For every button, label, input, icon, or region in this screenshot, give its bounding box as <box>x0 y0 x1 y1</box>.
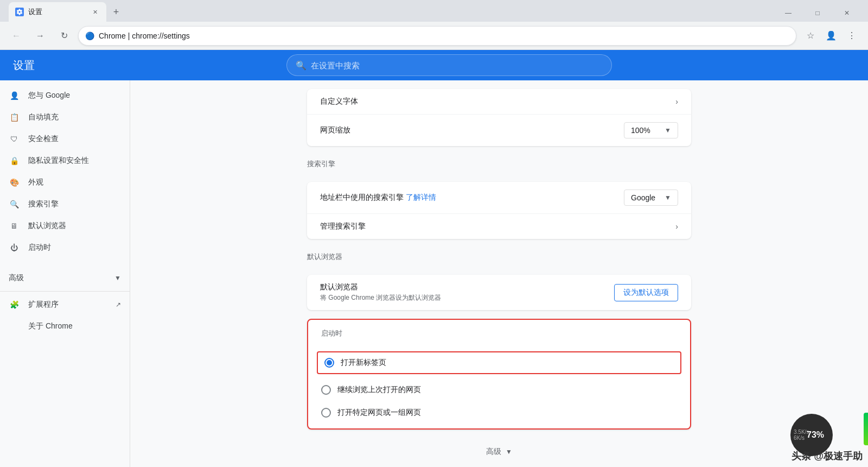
back-button[interactable]: ← <box>7 26 26 46</box>
cpu-percent: 73% <box>807 430 824 440</box>
power-icon: ⏻ <box>9 242 20 253</box>
person-icon: 👤 <box>9 90 20 101</box>
set-default-button[interactable]: 设为默认选项 <box>614 284 678 301</box>
custom-font-row[interactable]: 自定义字体 › <box>307 89 691 115</box>
account-button[interactable]: 👤 <box>821 26 841 46</box>
sidebar-label-appearance: 外观 <box>28 178 43 187</box>
search-engine-control[interactable]: Google ▼ <box>624 190 678 206</box>
sidebar-item-appearance[interactable]: 🎨 外观 <box>0 172 130 193</box>
nav-bar: ← → ↻ 🔵 Chrome | chrome://settings ☆ 👤 ⋮ <box>0 22 868 50</box>
sidebar: 👤 您与 Google 📋 自动填充 🛡 安全检查 🔒 隐私设置和安全性 🎨 外… <box>0 80 130 467</box>
safety-icon: 🛡 <box>9 134 20 144</box>
green-indicator <box>864 413 868 445</box>
startup-section: 启动时 打开新标签页 继续浏览上次打开的网页 <box>307 319 691 430</box>
watermark: 头条 @极速手助 <box>792 450 863 463</box>
sidebar-label-advanced: 高级 <box>9 273 106 283</box>
learn-more-link[interactable]: 了解详情 <box>406 193 436 203</box>
refresh-button[interactable]: ↻ <box>54 26 74 46</box>
extensions-icon: 🧩 <box>9 299 20 310</box>
startup-option-specific-label: 打开特定网页或一组网页 <box>337 408 421 418</box>
address-bar[interactable]: 🔵 Chrome | chrome://settings <box>78 26 796 46</box>
tab-close-button[interactable]: ✕ <box>90 7 100 17</box>
radio-new-tab[interactable] <box>324 358 334 368</box>
sidebar-divider <box>0 291 130 292</box>
advanced-label: 高级 <box>486 447 501 457</box>
zoom-dropdown[interactable]: 100% ▼ <box>624 122 678 138</box>
maximize-button[interactable]: □ <box>805 4 830 22</box>
minimize-button[interactable]: — <box>776 4 801 22</box>
address-bar-search-label: 地址栏中使用的搜索引擎 了解详情 <box>320 193 615 203</box>
chevron-down-icon: ▼ <box>665 127 671 134</box>
search-engine-dropdown[interactable]: Google ▼ <box>624 190 678 206</box>
startup-option-specific[interactable]: 打开特定网页或一组网页 <box>308 401 690 424</box>
settings-header: 设置 🔍 <box>0 50 868 80</box>
tab-title: 设置 <box>28 7 86 17</box>
sidebar-label-default-browser: 默认浏览器 <box>28 221 66 231</box>
settings-search-input[interactable] <box>311 61 603 70</box>
site-info-icon[interactable]: 🔵 <box>85 31 94 40</box>
sidebar-item-startup[interactable]: ⏻ 启动时 <box>0 237 130 258</box>
sidebar-item-search[interactable]: 🔍 搜索引擎 <box>0 193 130 215</box>
sidebar-item-default-browser[interactable]: 🖥 默认浏览器 <box>0 215 130 237</box>
address-bar-label-text: 地址栏中使用的搜索引擎 <box>320 193 404 203</box>
chevron-down-icon: ▼ <box>506 448 512 456</box>
sidebar-item-about[interactable]: 关于 Chrome <box>0 315 130 337</box>
page-zoom-row: 网页缩放 100% ▼ <box>307 115 691 146</box>
sidebar-item-advanced[interactable]: 高级 ▼ <box>0 267 130 289</box>
manage-search-label: 管理搜索引擎 <box>320 222 675 231</box>
sidebar-item-privacy[interactable]: 🔒 隐私设置和安全性 <box>0 150 130 172</box>
close-button[interactable]: ✕ <box>834 4 859 22</box>
sidebar-item-safety[interactable]: 🛡 安全检查 <box>0 128 130 150</box>
zoom-control[interactable]: 100% ▼ <box>624 122 678 138</box>
chevron-down-icon: ▼ <box>665 194 671 201</box>
sidebar-label-privacy: 隐私设置和安全性 <box>28 156 89 166</box>
window-controls: — □ ✕ <box>776 4 859 22</box>
sidebar-label-safety: 安全检查 <box>28 134 59 144</box>
browser-actions: ☆ 👤 ⋮ <box>801 26 861 46</box>
forward-button[interactable]: → <box>30 26 50 46</box>
about-icon <box>9 321 20 332</box>
startup-option-new-tab[interactable]: 打开新标签页 <box>308 347 690 378</box>
default-browser-row: 默认浏览器 将 Google Chrome 浏览器设为默认浏览器 设为默认选项 <box>307 275 691 310</box>
settings-page-title: 设置 <box>13 58 35 73</box>
bookmark-button[interactable]: ☆ <box>801 26 820 46</box>
title-bar: 设置 ✕ + — □ ✕ <box>0 0 868 22</box>
custom-font-label: 自定义字体 <box>320 97 675 106</box>
download-speed: 6K/s <box>794 435 805 441</box>
address-bar-search-row: 地址栏中使用的搜索引擎 了解详情 Google ▼ <box>307 182 691 214</box>
advanced-section[interactable]: 高级 ▼ <box>298 438 700 465</box>
startup-option-continue[interactable]: 继续浏览上次打开的网页 <box>308 378 690 401</box>
external-link-icon: ↗ <box>116 301 121 308</box>
radio-specific[interactable] <box>321 408 331 418</box>
engine-value: Google <box>631 193 655 202</box>
default-browser-section-title: 默认浏览器 <box>298 248 700 266</box>
startup-section-title: 启动时 <box>308 320 690 343</box>
settings-content: 自定义字体 › 网页缩放 100% ▼ 搜索引擎 <box>130 80 868 467</box>
manage-search-engines-row[interactable]: 管理搜索引擎 › <box>307 214 691 239</box>
default-browser-section: 默认浏览器 将 Google Chrome 浏览器设为默认浏览器 设为默认选项 <box>307 275 691 310</box>
new-tab-button[interactable]: + <box>108 4 124 20</box>
arrow-right-icon: › <box>675 222 678 231</box>
default-browser-label: 默认浏览器 <box>320 282 605 292</box>
arrow-right-icon: › <box>675 97 678 106</box>
privacy-icon: 🔒 <box>9 155 20 166</box>
settings-search-bar[interactable]: 🔍 <box>286 54 612 76</box>
sidebar-label-search: 搜索引擎 <box>28 199 59 209</box>
sidebar-item-google[interactable]: 👤 您与 Google <box>0 85 130 106</box>
radio-continue[interactable] <box>321 385 331 395</box>
sidebar-label-startup: 启动时 <box>28 243 51 253</box>
default-browser-info: 默认浏览器 将 Google Chrome 浏览器设为默认浏览器 <box>320 282 605 302</box>
address-text: Chrome | chrome://settings <box>99 31 789 40</box>
default-browser-sub: 将 Google Chrome 浏览器设为默认浏览器 <box>320 293 605 302</box>
sidebar-item-autofill[interactable]: 📋 自动填充 <box>0 106 130 128</box>
main-area: 👤 您与 Google 📋 自动填充 🛡 安全检查 🔒 隐私设置和安全性 🎨 外… <box>0 80 868 467</box>
sidebar-label-autofill: 自动填充 <box>28 112 59 122</box>
sidebar-item-extensions[interactable]: 🧩 扩展程序 ↗ <box>0 294 130 315</box>
startup-option-new-tab-label: 打开新标签页 <box>341 358 386 368</box>
sidebar-label-about: 关于 Chrome <box>28 321 73 331</box>
page-zoom-label: 网页缩放 <box>320 125 615 135</box>
settings-tab[interactable]: 设置 ✕ <box>9 2 106 22</box>
startup-options: 打开新标签页 继续浏览上次打开的网页 打开特定网页或一组网页 <box>308 343 690 428</box>
appearance-section: 自定义字体 › 网页缩放 100% ▼ <box>307 89 691 146</box>
menu-button[interactable]: ⋮ <box>842 26 861 46</box>
